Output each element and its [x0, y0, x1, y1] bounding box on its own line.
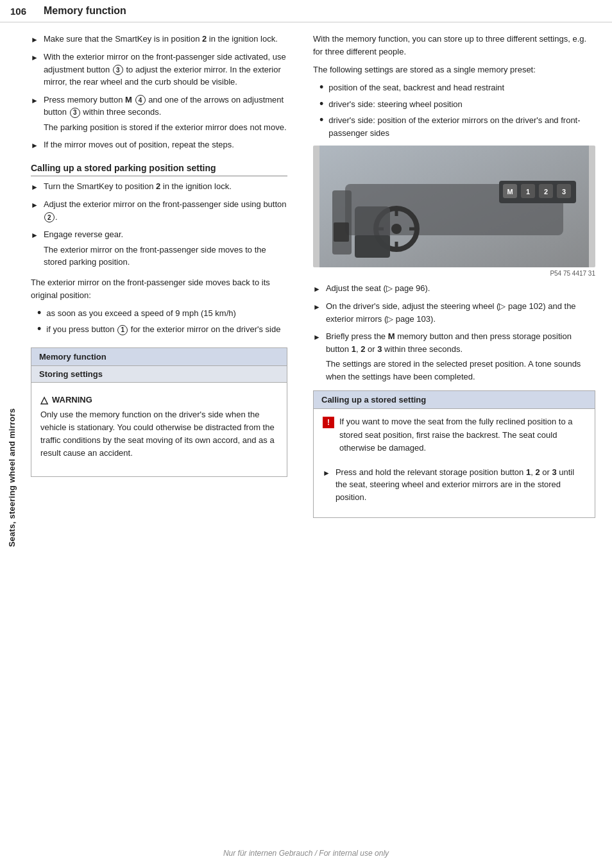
calling-bullet-list: ► Turn the SmartKey to position 2 in the… [31, 180, 287, 269]
intro-text: With the memory function, you can store … [313, 33, 595, 58]
list-item-text: If the mirror moves out of position, rep… [44, 138, 234, 151]
warning-box: △ WARNING Only use the memory function o… [40, 394, 278, 465]
warning-title: △ WARNING [40, 394, 278, 406]
svg-point-3 [391, 224, 402, 234]
bullet-dot-icon: • [319, 98, 323, 110]
list-item: ► Turn the SmartKey to position 2 in the… [31, 180, 287, 193]
svg-rect-18 [355, 235, 390, 258]
bullet-arrow-icon: ► [31, 34, 38, 46]
bullet-arrow-icon: ► [313, 283, 321, 295]
stored-setting-header: Calling up a stored setting [314, 391, 595, 409]
press-hold-list: ► Press and hold the relevant storage po… [323, 466, 586, 504]
following-text: The following settings are stored as a s… [313, 63, 595, 76]
right-column: With the memory function, you can store … [300, 22, 608, 535]
content-area: ► Make sure that the SmartKey is in posi… [24, 22, 612, 535]
list-item: ► Press memory button M 4 and one of the… [31, 94, 287, 134]
bullet-arrow-icon: ► [323, 467, 330, 479]
list-item: ► If the mirror moves out of position, r… [31, 138, 287, 151]
footer-text: Nur für internen Gebrauch / For internal… [223, 849, 389, 858]
right-col-inner: With the memory function, you can store … [313, 33, 595, 518]
sidebar-label: Seats, steering wheel and mirrors [7, 381, 17, 574]
list-item: ► Engage reverse gear. The exterior mirr… [31, 228, 287, 269]
list-item-text: Press memory button M 4 and one of the a… [44, 94, 287, 134]
bullet-arrow-icon: ► [31, 230, 38, 241]
list-item-text: With the exterior mirror on the front-pa… [44, 51, 287, 88]
list-item: • position of the seat, backrest and hea… [319, 81, 595, 94]
warning-triangle-icon: △ [40, 394, 48, 406]
list-item: ► Press and hold the relevant storage po… [323, 466, 586, 504]
list-item: • as soon as you exceed a speed of 9 mph… [37, 307, 287, 320]
exclamation-warning-box: ! If you want to move the seat from the … [323, 415, 586, 459]
bullet-arrow-icon: ► [31, 52, 38, 63]
bullet-arrow-icon: ► [31, 95, 38, 106]
list-item: • if you press button 1 for the exterior… [37, 323, 287, 336]
list-item: • driver's side: position of the exterio… [319, 114, 595, 139]
car-image: M 1 2 3 [313, 146, 595, 267]
list-item: ► With the exterior mirror on the front-… [31, 51, 287, 88]
bullet-arrow-icon: ► [31, 199, 38, 211]
bullet-arrow-icon: ► [31, 140, 38, 151]
list-item: ► Adjust the seat (▷ page 96). [313, 282, 595, 295]
list-item-text: On the driver's side, adjust the steerin… [326, 300, 595, 325]
list-item: ► Adjust the exterior mirror on the fron… [31, 198, 287, 223]
memory-box-content: △ WARNING Only use the memory function o… [31, 383, 287, 477]
list-item: ► Make sure that the SmartKey is in posi… [31, 33, 287, 46]
svg-text:1: 1 [526, 188, 530, 196]
bullet-arrow-icon: ► [313, 331, 321, 343]
list-item: • driver's side: steering wheel position [319, 98, 595, 111]
list-item-text: Press and hold the relevant storage posi… [336, 466, 586, 504]
calling-up-heading: Calling up a stored parking position set… [31, 163, 287, 176]
page-number: 106 [10, 6, 33, 17]
left-column: ► Make sure that the SmartKey is in posi… [24, 22, 300, 535]
memory-function-box: Memory function Storing settings △ WARNI… [31, 347, 287, 478]
list-item-text: position of the seat, backrest and head … [328, 81, 504, 94]
stored-setting-box: Calling up a stored setting ! If you wan… [313, 390, 595, 518]
stored-setting-content: ! If you want to move the seat from the … [314, 409, 595, 517]
list-item-text: driver's side: steering wheel position [328, 98, 462, 111]
list-item-text: Turn the SmartKey to position 2 in the i… [44, 180, 232, 193]
exclamation-warning-text: If you want to move the seat from the fu… [339, 415, 586, 454]
memory-box-header: Memory function [31, 348, 287, 366]
warning-content: △ WARNING Only use the memory function o… [40, 394, 278, 465]
list-item-text: driver's side: position of the exterior … [328, 114, 595, 139]
list-item-text: Engage reverse gear. The exterior mirror… [44, 228, 287, 269]
list-item-text: Make sure that the SmartKey is in positi… [44, 33, 278, 46]
image-caption: P54 75 4417 31 [313, 270, 595, 277]
bullet-arrow-icon: ► [313, 301, 321, 313]
bullet-dot-icon: • [319, 114, 323, 126]
list-item: ► Briefly press the M memory button and … [313, 330, 595, 383]
memory-box-subheader: Storing settings [31, 366, 287, 383]
svg-text:2: 2 [544, 188, 548, 196]
moves-back-text: The exterior mirror on the front-passeng… [31, 276, 287, 302]
list-item-text: Adjust the seat (▷ page 96). [326, 282, 430, 295]
bullet-dot-icon: • [319, 81, 323, 93]
preset-items-list: • position of the seat, backrest and hea… [313, 81, 595, 139]
moves-back-sub-list: • as soon as you exceed a speed of 9 mph… [31, 307, 287, 336]
svg-text:3: 3 [562, 188, 566, 196]
bullet-dot-icon: • [37, 307, 41, 319]
list-item-text: as soon as you exceed a speed of 9 mph (… [46, 307, 236, 320]
bullet-dot-icon: • [37, 323, 41, 335]
page-footer: Nur für internen Gebrauch / For internal… [0, 849, 612, 858]
bullet-arrow-icon: ► [31, 181, 38, 193]
warning-text: Only use the memory function on the driv… [40, 408, 278, 460]
page-title: Memory function [44, 5, 126, 17]
right-bullet-list: ► Adjust the seat (▷ page 96). ► On the … [313, 282, 595, 383]
page-wrapper: 106 Memory function Seats, steering whee… [0, 0, 612, 868]
list-item-text: if you press button 1 for the exterior m… [46, 323, 280, 336]
page-header: 106 Memory function [0, 0, 612, 22]
top-bullet-list: ► Make sure that the SmartKey is in posi… [31, 33, 287, 151]
car-diagram-svg: M 1 2 3 [313, 146, 595, 267]
list-item-text: Adjust the exterior mirror on the front-… [44, 198, 287, 223]
svg-text:M: M [507, 188, 513, 196]
svg-rect-20 [334, 222, 349, 242]
list-item: ► On the driver's side, adjust the steer… [313, 300, 595, 325]
exclamation-icon: ! [323, 417, 334, 428]
list-item-text: Briefly press the M memory button and th… [326, 330, 595, 383]
